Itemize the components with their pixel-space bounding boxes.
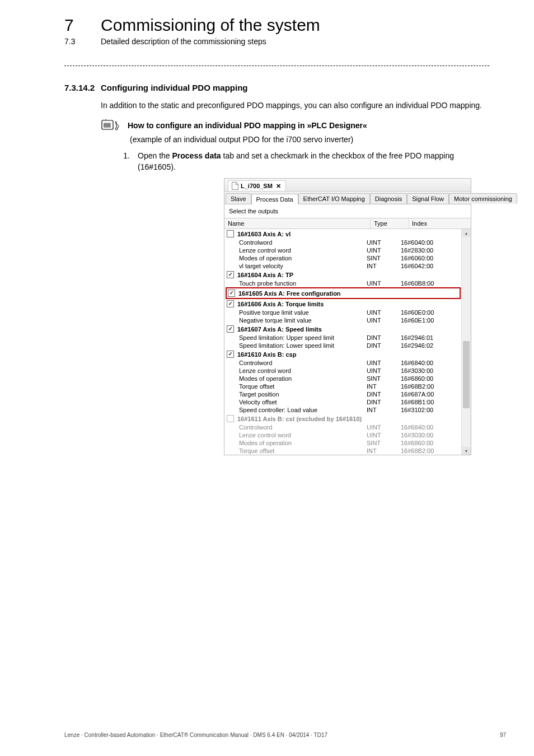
subsection-title: Detailed description of the commissionin… [101, 37, 266, 46]
checkbox[interactable]: ✓ [227, 300, 234, 307]
scrollbar[interactable]: ▴ ▾ [461, 229, 471, 455]
pdo-item-index: 16#2946:02 [397, 342, 471, 349]
pdo-item-name: Touch probe function [224, 280, 363, 287]
intro-paragraph: In addition to the static and preconfigu… [101, 100, 489, 110]
pdo-group-label: 16#1603 Axis A: vl [237, 231, 291, 237]
checkbox [227, 415, 234, 422]
pdo-item-index: 16#2946:01 [397, 334, 471, 341]
pdo-item-row[interactable]: Target positionDINT16#687A:00 [224, 390, 471, 398]
pdo-item-type: UINT [363, 360, 397, 366]
pdo-group[interactable]: 16#1603 Axis A: vl [224, 229, 471, 239]
tab-process-data[interactable]: Process Data [251, 194, 298, 204]
page-number: 97 [500, 732, 506, 738]
pdo-item-index: 16#6860:00 [397, 440, 471, 446]
pdo-item-type: DINT [363, 342, 397, 349]
tab-slave[interactable]: Slave [226, 193, 251, 204]
pdo-item-row[interactable]: Lenze control wordUINT16#3030:00 [224, 367, 471, 375]
pdo-item-type: SINT [363, 255, 397, 262]
pdo-item-name: Modes of operation [224, 440, 363, 446]
pdo-item-row[interactable]: Torque offsetINT16#68B2:00 [224, 382, 471, 390]
checkbox[interactable]: ✓ [228, 290, 235, 297]
checkbox[interactable] [227, 230, 234, 237]
pdo-group-label: 16#1604 Axis A: TP [237, 272, 293, 278]
pdo-item-name: Velocity offset [224, 399, 363, 405]
step-1-number: 1. [111, 151, 138, 172]
column-header-name[interactable]: Name [224, 218, 371, 228]
column-header-type[interactable]: Type [371, 218, 409, 228]
tab-diagnosis[interactable]: Diagnosis [370, 193, 407, 204]
close-icon[interactable]: ✕ [276, 183, 281, 190]
scroll-up-icon[interactable]: ▴ [462, 229, 471, 237]
howto-heading: How to configure an individual PDO mappi… [128, 121, 367, 130]
pdo-item-type: SINT [363, 440, 397, 446]
pdo-item-name: Controlword [224, 239, 363, 246]
pdo-item-index: 16#6840:00 [397, 360, 471, 366]
svg-point-1 [115, 128, 118, 130]
pdo-item-type: INT [363, 407, 397, 413]
pdo-item-name: Torque offset [224, 383, 363, 390]
tab-motor-commissioning[interactable]: Motor commissioning [449, 193, 517, 204]
pdo-group-label: 16#1605 Axis A: Free configuration [238, 290, 341, 297]
pdo-item-row[interactable]: Speed limitation: Upper speed limitDINT1… [224, 334, 471, 342]
pdo-item-index: 16#6860:00 [397, 375, 471, 382]
section-number: 7.3.14.2 [64, 83, 101, 92]
pdo-item-type: UINT [363, 367, 397, 374]
footer-text: Lenze · Controller-based Automation · Et… [64, 732, 327, 738]
pdo-item-index: 16#68B1:00 [397, 399, 471, 405]
tab-ethercat-i-o-mapping[interactable]: EtherCAT I/O Mapping [298, 193, 370, 204]
pdo-item-type: UINT [363, 280, 397, 287]
pdo-item-index: 16#60E0:00 [397, 309, 471, 316]
svg-text:▒▒▒: ▒▒▒ [104, 123, 111, 128]
scroll-thumb[interactable] [463, 341, 470, 408]
checkbox[interactable]: ✓ [227, 325, 234, 333]
pdo-item-index: 16#6840:00 [397, 424, 471, 431]
example-note: (example of an individual output PDO for… [130, 135, 489, 144]
pdo-item-index: 16#3030:00 [397, 432, 471, 438]
pdo-group[interactable]: ✓16#1605 Axis A: Free configuration [226, 287, 461, 299]
document-tab-label: L_i700_SM [241, 183, 273, 189]
pdo-item-index: 16#68B2:00 [397, 383, 471, 390]
pdo-group[interactable]: ✓16#1607 Axis A: Speed limits [224, 324, 471, 334]
tab-signal-flow[interactable]: Signal Flow [407, 193, 449, 204]
pdo-item-name: Target position [224, 391, 363, 398]
pdo-item-name: Controlword [224, 360, 363, 366]
pdo-item-row[interactable]: Speed controller: Load valueINT16#3102:0… [224, 406, 471, 414]
pdo-item-name: Positive torque limit value [224, 309, 363, 316]
column-header-index[interactable]: Index [409, 218, 471, 228]
pdo-item-row[interactable]: vl target velocityINT16#6042:00 [224, 262, 471, 270]
section-title: Configuring individual PDO mapping [101, 83, 248, 92]
pdo-item-index: 16#3102:00 [397, 407, 471, 413]
pdo-item-type: DINT [363, 334, 397, 341]
procedure-icon: ▒▒▒ [101, 119, 128, 132]
checkbox[interactable]: ✓ [227, 351, 234, 358]
pdo-item-row: ControlwordUINT16#6840:00 [224, 423, 471, 431]
pdo-item-row[interactable]: Speed limitation: Lower speed limitDINT1… [224, 342, 471, 349]
pdo-item-type: UINT [363, 432, 397, 438]
pdo-item-type: DINT [363, 391, 397, 398]
scroll-down-icon[interactable]: ▾ [462, 447, 471, 455]
pdo-item-type: SINT [363, 375, 397, 382]
pdo-item-row[interactable]: Modes of operationSINT16#6060:00 [224, 254, 471, 262]
pdo-item-index: 16#68B2:00 [397, 447, 471, 454]
chapter-title: Commissioning of the system [101, 16, 320, 35]
pdo-item-row[interactable]: Lenze control wordUINT16#2830:00 [224, 246, 471, 254]
pdo-item-name: Controlword [224, 424, 363, 431]
pdo-item-name: Lenze control word [224, 432, 363, 438]
pdo-group[interactable]: ✓16#1610 Axis B: csp [224, 349, 471, 359]
pdo-item-row[interactable]: Negative torque limit valueUINT16#60E1:0… [224, 316, 471, 324]
pdo-item-row[interactable]: Modes of operationSINT16#6860:00 [224, 375, 471, 382]
checkbox[interactable]: ✓ [227, 271, 234, 278]
pdo-item-row[interactable]: Touch probe functionUINT16#60B8:00 [224, 279, 471, 287]
pdo-item-row[interactable]: Positive torque limit valueUINT16#60E0:0… [224, 309, 471, 316]
pdo-group[interactable]: ✓16#1606 Axis A: Torque limits [224, 299, 471, 309]
pdo-item-row[interactable]: ControlwordUINT16#6840:00 [224, 359, 471, 367]
pdo-group[interactable]: ✓16#1604 Axis A: TP [224, 270, 471, 279]
pdo-item-row[interactable]: Velocity offsetDINT16#68B1:00 [224, 398, 471, 406]
pdo-item-row[interactable]: ControlwordUINT16#6040:00 [224, 239, 471, 246]
step-1-text: Open the Process data tab and set a chec… [138, 151, 489, 172]
document-tab[interactable]: L_i700_SM ✕ [228, 180, 286, 191]
chapter-number: 7 [64, 16, 101, 35]
pdo-item-row: Modes of operationSINT16#6860:00 [224, 439, 471, 447]
pdo-item-name: Negative torque limit value [224, 317, 363, 324]
pdo-item-type: INT [363, 383, 397, 390]
